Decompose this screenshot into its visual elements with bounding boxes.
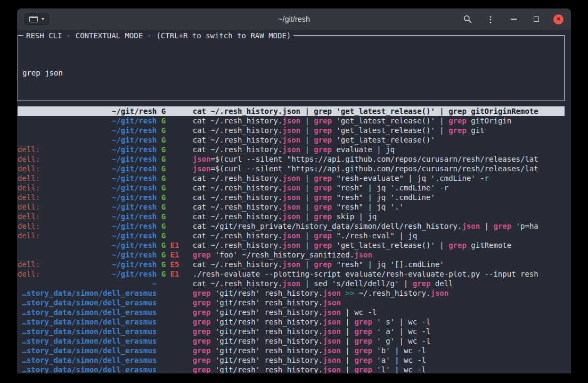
chevron-down-icon: ▾: [42, 16, 44, 22]
new-terminal-button[interactable]: ▾: [24, 13, 49, 25]
history-row[interactable]: dell:~/git/reshGcat ~/.resh_history.json…: [18, 173, 565, 183]
command-segment: 'get_latest_release()' |: [332, 241, 448, 249]
command-segment: |: [300, 193, 314, 202]
row-context: dell:~/git/resh: [18, 193, 157, 202]
row-host: dell:: [18, 154, 40, 164]
close-icon: ✕: [556, 16, 560, 22]
command-segment: grep: [493, 222, 511, 230]
history-row[interactable]: ~/git/reshGcat ~/.resh_history.json | gr…: [18, 126, 565, 135]
command-segment: cat ~/.resh_history.: [193, 203, 283, 211]
search-query-input[interactable]: grep json: [22, 68, 560, 78]
row-flag: G: [161, 260, 166, 269]
search-button[interactable]: [462, 13, 473, 25]
command-segment: gitOriginRemote: [467, 107, 538, 115]
history-row[interactable]: dell:~/git/reshGcat ~/.resh_history.json…: [18, 202, 565, 212]
history-row[interactable]: ~cat ~/.resh_history.json | sed 's/dell/…: [18, 279, 565, 288]
history-row[interactable]: ~/git/reshGcat ~/.resh_history.json | gr…: [18, 135, 565, 145]
history-row[interactable]: dell:~/git/reshGjson=$(curl --silent "ht…: [18, 154, 565, 164]
row-flag: G: [161, 221, 166, 231]
row-directory: ~/git/resh: [112, 221, 157, 231]
command-segment: grep: [314, 193, 332, 202]
history-row[interactable]: ~/git/reshGE1cat ~/.resh_history.json | …: [18, 240, 565, 250]
row-flags: G: [157, 106, 192, 116]
history-row[interactable]: ~/git/reshGE1grep 'foo' ~/resh_history_s…: [18, 250, 565, 260]
row-directory: ~/git/resh: [112, 116, 157, 126]
history-row[interactable]: …story_data/simon/dell_erasmusgrep 'git/…: [18, 298, 565, 307]
command-segment: 'get_latest_release()' |: [332, 107, 448, 115]
history-row[interactable]: dell:~/git/reshGcat ~/.resh_history.json…: [18, 145, 565, 154]
history-row[interactable]: dell:~/git/reshGcat ~/.resh_history.json…: [18, 183, 565, 193]
row-context: dell:~/git/resh: [18, 173, 157, 183]
history-row[interactable]: …story_data/simon/dell_erasmusgrep 'git/…: [18, 355, 565, 365]
row-flags: [157, 346, 192, 355]
row-flags: GE1: [157, 250, 192, 260]
history-row[interactable]: …story_data/simon/dell_erasmusgrep 'git/…: [18, 327, 565, 336]
row-directory: …story_data/simon/dell_erasmus: [22, 317, 157, 327]
row-directory: ~/git/resh: [112, 212, 157, 221]
row-command: grep 'git/resh' resh_history.json | grep…: [193, 327, 565, 336]
history-row[interactable]: …story_data/simon/dell_erasmusgrep 'git/…: [18, 365, 565, 373]
command-segment: gitOrigin: [467, 116, 511, 125]
command-segment: cat ~/.resh_history.: [193, 184, 283, 192]
command-segment: | wc -l: [341, 308, 377, 317]
history-row[interactable]: ~/git/reshGcat ~/.resh_history.json | gr…: [18, 116, 565, 126]
command-segment: json: [282, 260, 300, 269]
minimize-icon: [511, 19, 517, 20]
history-row[interactable]: ~/git/reshGcat ~/.resh_history.json | gr…: [18, 106, 565, 116]
command-segment: grep: [448, 107, 467, 115]
command-segment: grep: [193, 365, 211, 373]
command-segment: "resh" | jq '[].cmdLine': [332, 260, 444, 269]
row-context: dell:~/git/resh: [18, 231, 157, 240]
command-segment: cat ~/.resh_history.: [193, 174, 283, 182]
history-row[interactable]: dell:~/git/reshGjson=$(curl --silent "ht…: [18, 164, 565, 173]
row-flags: [157, 307, 192, 317]
history-row[interactable]: …story_data/simon/dell_erasmusgrep 'git/…: [18, 288, 565, 298]
command-segment: |: [341, 365, 354, 373]
row-flag: E1: [170, 240, 179, 250]
titlebar-actions: ⋮ ✕: [462, 13, 564, 25]
row-command: cat ~/.resh_history.json | grep "resh" |…: [193, 260, 565, 269]
command-segment: 'get_latest_release()' |: [332, 116, 448, 125]
row-host: dell:: [18, 231, 40, 240]
command-segment: grep: [314, 136, 332, 144]
row-command: json=$(curl --silent "https://api.github…: [193, 164, 565, 173]
history-row[interactable]: …story_data/simon/dell_erasmusgrep 'git/…: [18, 307, 565, 317]
row-command: grep 'git/resh' resh_history.json | grep…: [193, 365, 565, 373]
row-host: dell:: [18, 145, 40, 154]
row-directory: …story_data/simon/dell_erasmus: [22, 298, 157, 307]
history-row[interactable]: dell:~/git/reshGcat ~/.resh_history.json…: [18, 193, 565, 202]
row-context: dell:~/git/resh: [18, 145, 157, 154]
row-directory: ~/git/resh: [112, 269, 157, 279]
restore-button[interactable]: [530, 13, 542, 25]
row-context: …story_data/simon/dell_erasmus: [18, 298, 157, 307]
history-row[interactable]: …story_data/simon/dell_erasmusgrep 'git/…: [18, 317, 565, 327]
command-segment: grep: [448, 116, 467, 125]
command-segment: grep: [314, 260, 332, 269]
row-flags: G: [157, 231, 192, 240]
command-segment: ' s' | wc -l: [372, 318, 431, 326]
command-segment: json: [282, 107, 300, 115]
row-directory: ~/git/resh: [112, 260, 157, 269]
command-segment: json: [282, 193, 300, 202]
row-flag: E1: [170, 250, 179, 260]
command-segment: |: [300, 184, 314, 192]
row-context: …story_data/simon/dell_erasmus: [18, 336, 157, 346]
history-row[interactable]: dell:~/git/reshGE5cat ~/.resh_history.js…: [18, 260, 565, 269]
history-row[interactable]: dell:~/git/reshGE1./resh-evaluate --plot…: [18, 269, 565, 279]
history-row[interactable]: dell:~/git/reshGcat ~/.resh_history.json…: [18, 231, 565, 240]
command-segment: ' a' | wc -l: [372, 327, 431, 336]
resh-search-box[interactable]: RESH CLI - CONTEXTUAL MODE - (CTRL+R to …: [18, 35, 565, 101]
row-context: dell:~/git/resh: [18, 212, 157, 221]
row-context: ~/git/resh: [18, 240, 157, 250]
command-segment: cat ~/.resh_history.: [193, 107, 283, 115]
menu-button[interactable]: ⋮: [485, 13, 496, 25]
history-row[interactable]: …story_data/simon/dell_erasmusgrep 'git/…: [18, 346, 565, 355]
row-command: cat ~/.resh_history.json | grep skip | j…: [193, 212, 565, 221]
command-segment: json: [323, 308, 341, 317]
command-segment: grep: [413, 279, 431, 288]
close-button[interactable]: ✕: [553, 14, 564, 24]
history-row[interactable]: dell:~/git/reshGcat ~/.resh_history.json…: [18, 212, 565, 221]
minimize-button[interactable]: [508, 13, 519, 25]
history-row[interactable]: dell:~/git/reshGcat ~/git/resh_private/h…: [18, 221, 565, 231]
history-row[interactable]: …story_data/simon/dell_erasmusgrep 'git/…: [18, 336, 565, 346]
